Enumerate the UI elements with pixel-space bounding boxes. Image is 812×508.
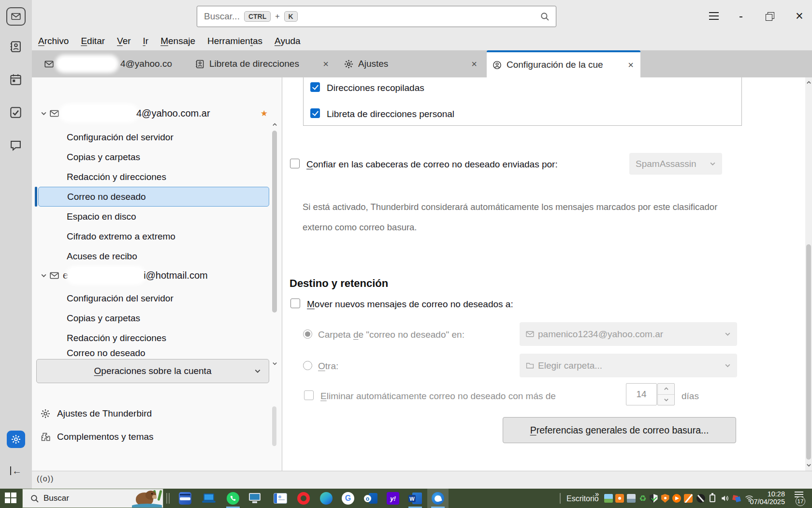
tree-item-acuses-yahoo[interactable]: Acuses de recibo xyxy=(67,246,279,266)
tray-overflow-button[interactable]: » xyxy=(595,490,599,498)
account-name-visible: 4@yahoo.com.ar xyxy=(136,108,210,119)
global-search-input[interactable]: Buscar... CTRL + K xyxy=(197,6,556,27)
tab-address-book[interactable]: Libreta de direcciones × xyxy=(189,50,335,77)
global-junk-prefs-button[interactable]: Preferencias generales de correo basura.… xyxy=(503,417,736,443)
tray-display-icon[interactable] xyxy=(627,494,636,503)
taskbar-monitor-app-icon[interactable] xyxy=(244,489,265,508)
folder-icon xyxy=(526,361,534,370)
taskbar-yahoo-icon[interactable]: y! xyxy=(382,489,404,508)
stepper-up-button[interactable] xyxy=(658,384,674,395)
tree-item-cifrado-yahoo[interactable]: Cifrado extremo a extremo xyxy=(67,226,279,246)
menu-editar[interactable]: Editar xyxy=(81,36,105,46)
chevron-down-icon xyxy=(41,110,47,117)
taskbar-contacts-app-icon[interactable] xyxy=(270,489,291,508)
chat-space-button[interactable] xyxy=(10,139,22,151)
tray-satellite-icon[interactable] xyxy=(696,494,705,503)
taskbar-opera-icon[interactable] xyxy=(293,489,314,508)
clock-date: 07/04/2025 xyxy=(744,498,785,506)
sidebar-scrollbar-thumb[interactable] xyxy=(272,131,277,313)
chevron-down-icon xyxy=(254,368,261,374)
trust-headers-checkbox[interactable] xyxy=(290,159,300,168)
tree-item-correo-no-deseado-hotmail-clipped[interactable]: Correo no deseado xyxy=(67,348,279,359)
taskbar-clock[interactable]: 10:28 07/04/2025 xyxy=(744,490,785,506)
tray-usb-icon[interactable] xyxy=(708,494,717,503)
tree-item-correo-no-deseado-yahoo-selected[interactable]: Correo no deseado xyxy=(38,187,269,207)
retention-days-input[interactable]: 14 xyxy=(626,383,657,405)
choose-folder-value: Elegir carpeta... xyxy=(538,360,602,371)
account-actions-button[interactable]: Operaciones sobre la cuenta xyxy=(36,359,269,383)
taskbar-whatsapp-icon[interactable] xyxy=(222,489,244,508)
libreta-personal-checkbox[interactable] xyxy=(310,108,320,118)
tray-sync-icon[interactable]: ♻ xyxy=(638,494,647,503)
stepper-down-button[interactable] xyxy=(658,395,674,405)
tray-photos-icon[interactable] xyxy=(604,494,613,503)
tray-orange-tool-icon[interactable] xyxy=(684,494,693,503)
taskbar-search-input[interactable]: Buscar xyxy=(22,489,163,508)
tab-mail[interactable]: 4@yahoo.co xyxy=(39,50,187,77)
thunderbird-settings-link[interactable]: Ajustes de Thunderbird xyxy=(41,408,152,419)
taskbar-scanner-app-icon[interactable] xyxy=(174,489,196,508)
sidebar-scroll-up-button[interactable] xyxy=(271,121,278,128)
tray-volume-icon[interactable] xyxy=(721,494,729,503)
tray-orange-app-icon[interactable] xyxy=(615,494,624,503)
account-row-hotmail[interactable]: e i@hotmail.com xyxy=(35,266,276,285)
restore-button[interactable] xyxy=(766,12,774,21)
mail-space-button[interactable] xyxy=(6,7,26,26)
menu-mensaje[interactable]: Mensaje xyxy=(160,36,195,46)
app-menu-button[interactable] xyxy=(709,12,719,20)
minimize-button[interactable] xyxy=(737,16,745,17)
taskbar-word-icon[interactable]: W xyxy=(405,489,426,508)
addons-themes-link[interactable]: Complementos y temas xyxy=(41,432,154,442)
tree-item-redaccion-yahoo[interactable]: Redacción y direcciones xyxy=(67,167,279,187)
close-tab-icon[interactable]: × xyxy=(627,60,635,71)
tree-item-servidor-yahoo[interactable]: Configuración del servidor xyxy=(67,127,279,147)
tasks-space-button[interactable] xyxy=(10,106,22,119)
main-scroll-up-button[interactable] xyxy=(806,79,812,85)
clock-time: 10:28 xyxy=(744,490,785,498)
close-window-button[interactable]: × xyxy=(792,8,807,24)
tray-defender-shield-icon[interactable] xyxy=(649,494,658,503)
start-button[interactable] xyxy=(5,493,17,504)
auto-delete-checkbox[interactable] xyxy=(304,390,314,400)
collapse-spaces-button[interactable]: ← xyxy=(8,464,24,477)
menu-herramientas[interactable]: Herramientas xyxy=(207,36,262,46)
notification-center-button[interactable]: 17 xyxy=(792,491,808,507)
main-scrollbar-track[interactable] xyxy=(805,77,812,471)
menu-ayuda[interactable]: Ayuda xyxy=(275,36,301,46)
tab-account-settings[interactable]: Configuración de la cue × xyxy=(487,50,640,77)
menu-ir[interactable]: Ir xyxy=(143,36,149,46)
account-row-yahoo[interactable]: 4@yahoo.com.ar ★ xyxy=(35,104,276,123)
taskbar-edge-icon[interactable] xyxy=(316,489,337,508)
settings-space-button[interactable] xyxy=(7,431,25,448)
calendar-space-button[interactable] xyxy=(10,74,22,86)
tree-item-copias-yahoo[interactable]: Copias y carpetas xyxy=(67,147,279,167)
tray-orange-shield-icon[interactable] xyxy=(661,494,669,503)
tab-ajustes[interactable]: Ajustes × xyxy=(338,50,484,77)
move-junk-checkbox[interactable] xyxy=(290,299,300,308)
taskbar-laptop-app-icon[interactable] xyxy=(198,489,219,508)
tray-avast-icon[interactable] xyxy=(672,494,681,503)
taskbar-google-icon[interactable]: G xyxy=(337,489,359,508)
tree-item-redaccion-hotmail[interactable]: Redacción y direcciones xyxy=(67,328,279,348)
menu-archivo[interactable]: Archivo xyxy=(38,36,69,46)
tab-account-settings-label: Configuración de la cue xyxy=(507,60,603,70)
taskbar-thunderbird-icon[interactable] xyxy=(427,489,449,508)
address-book-space-button[interactable] xyxy=(10,41,22,53)
sidebar-scroll-down-button[interactable] xyxy=(271,360,278,367)
chevron-down-icon xyxy=(806,463,812,468)
taskbar-outlook-icon[interactable]: o xyxy=(360,489,381,508)
junk-folder-radio[interactable] xyxy=(303,329,312,339)
close-tab-icon[interactable]: × xyxy=(470,59,478,70)
main-scroll-down-button[interactable] xyxy=(806,462,812,468)
main-scrollbar-thumb[interactable] xyxy=(806,244,811,460)
tree-item-copias-hotmail[interactable]: Copias y carpetas xyxy=(67,308,279,328)
tree-item-espacio-yahoo[interactable]: Espacio en disco xyxy=(67,207,279,226)
menu-ver[interactable]: Ver xyxy=(117,36,131,46)
splitter-grip[interactable] xyxy=(272,406,276,446)
tray-tools-icon[interactable] xyxy=(732,494,741,503)
desktop-peek-button[interactable]: Escritorio xyxy=(566,494,599,503)
other-folder-radio[interactable] xyxy=(303,361,312,370)
close-tab-icon[interactable]: × xyxy=(322,59,330,70)
direcciones-recopiladas-checkbox[interactable] xyxy=(310,82,320,92)
tree-item-servidor-hotmail[interactable]: Configuración del servidor xyxy=(67,288,279,308)
